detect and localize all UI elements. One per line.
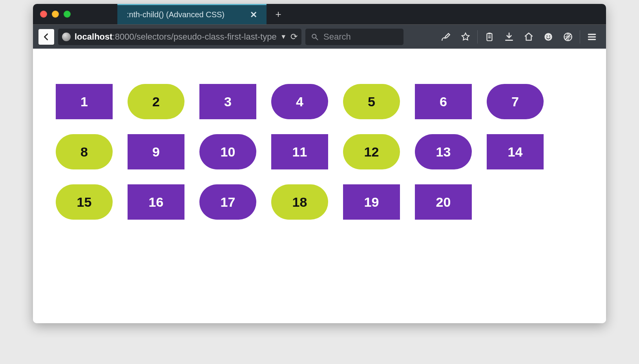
toolbar-actions xyxy=(437,28,601,46)
back-button[interactable] xyxy=(38,29,54,45)
page-content: 1234567891011121314151617181920 xyxy=(33,49,606,323)
search-placeholder: Search xyxy=(323,32,351,42)
search-bar[interactable]: Search xyxy=(305,29,403,45)
demo-box: 20 xyxy=(415,184,472,220)
clipboard-icon[interactable] xyxy=(481,28,498,46)
site-identity-icon[interactable] xyxy=(62,33,71,41)
demo-box: 14 xyxy=(487,134,544,169)
svg-line-1 xyxy=(316,38,318,40)
close-tab-icon[interactable]: ✕ xyxy=(250,10,257,20)
maximize-window-button[interactable] xyxy=(64,11,71,18)
toolbar-separator xyxy=(580,30,580,44)
demo-box: 7 xyxy=(487,84,544,119)
demo-box: 17 xyxy=(199,184,256,220)
demo-box: 10 xyxy=(199,134,256,169)
demo-box: 5 xyxy=(343,84,400,119)
titlebar: :nth-child() (Advanced CSS) ✕ + xyxy=(33,4,606,24)
bookmark-star-icon[interactable] xyxy=(457,28,474,46)
demo-box: 15 xyxy=(56,184,113,220)
smiley-icon[interactable] xyxy=(540,28,557,46)
demo-box: 6 xyxy=(415,84,472,119)
demo-grid: 1234567891011121314151617181920 xyxy=(56,84,578,220)
demo-box: 8 xyxy=(56,134,113,169)
devtools-icon[interactable] xyxy=(437,28,455,46)
svg-rect-3 xyxy=(488,33,491,34)
downloads-icon[interactable] xyxy=(500,28,518,46)
demo-box: 3 xyxy=(199,84,256,119)
demo-box: 13 xyxy=(415,134,472,169)
demo-box: 4 xyxy=(271,84,328,119)
close-window-button[interactable] xyxy=(40,11,47,18)
demo-box: 18 xyxy=(271,184,328,220)
svg-point-7 xyxy=(546,35,548,36)
svg-point-6 xyxy=(544,33,552,41)
active-tab[interactable]: :nth-child() (Advanced CSS) ✕ xyxy=(117,4,267,24)
svg-point-8 xyxy=(549,35,550,36)
toolbar: localhost:8000/selectors/pseudo-class-fi… xyxy=(33,24,606,49)
browser-window: :nth-child() (Advanced CSS) ✕ + localhos… xyxy=(33,4,606,323)
demo-box: 2 xyxy=(128,84,184,119)
minimize-window-button[interactable] xyxy=(52,11,59,18)
search-icon xyxy=(311,33,319,41)
new-tab-button[interactable]: + xyxy=(267,4,290,24)
window-controls xyxy=(33,4,117,24)
tab-title: :nth-child() (Advanced CSS) xyxy=(127,10,225,19)
extension-icon[interactable] xyxy=(559,28,577,46)
url-path: :8000/selectors/pseudo-class-first-last-… xyxy=(113,32,277,42)
url-dropdown-icon[interactable]: ▼ xyxy=(280,33,287,40)
toolbar-separator xyxy=(477,30,478,44)
demo-box: 19 xyxy=(343,184,400,220)
reload-icon[interactable]: ⟳ xyxy=(290,32,298,42)
demo-box: 9 xyxy=(128,134,184,169)
demo-box: 12 xyxy=(343,134,400,169)
demo-box: 11 xyxy=(271,134,328,169)
demo-box: 16 xyxy=(128,184,184,220)
url-host: localhost xyxy=(75,32,113,42)
hamburger-menu-icon[interactable] xyxy=(583,28,601,46)
svg-rect-2 xyxy=(487,33,492,40)
url-text: localhost:8000/selectors/pseudo-class-fi… xyxy=(75,32,276,42)
home-icon[interactable] xyxy=(520,28,537,46)
url-bar[interactable]: localhost:8000/selectors/pseudo-class-fi… xyxy=(58,29,301,45)
demo-box: 1 xyxy=(56,84,113,119)
